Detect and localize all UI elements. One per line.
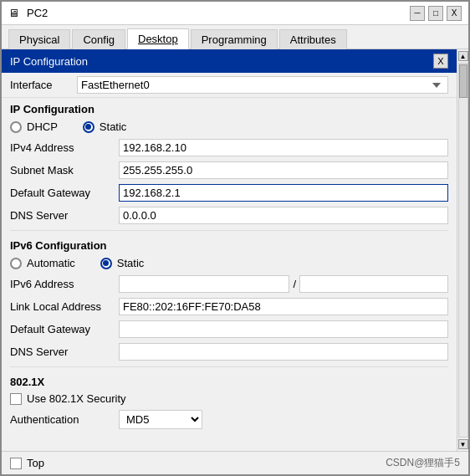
tab-bar: Physical Config Desktop Programming Attr… xyxy=(2,25,468,49)
ipv6-input-group: / xyxy=(119,275,448,293)
tab-attributes[interactable]: Attributes xyxy=(279,29,347,49)
scrollbar[interactable]: ▲ ▼ xyxy=(457,49,468,451)
content-wrapper: IP Configuration X Interface FastEtherne… xyxy=(2,49,468,451)
ipv6-default-gateway-row: Default Gateway xyxy=(2,318,457,340)
title-bar-left: 🖥 PC2 xyxy=(8,7,48,20)
dot1x-checkbox-row: Use 802.1X Security xyxy=(2,390,457,407)
ipv6-address-input[interactable] xyxy=(119,275,289,293)
ipv6-static-option[interactable]: Static xyxy=(100,257,145,269)
link-local-input[interactable] xyxy=(119,298,448,315)
default-gateway-label: Default Gateway xyxy=(10,187,110,199)
default-gateway-input[interactable] xyxy=(119,184,448,202)
tab-programming[interactable]: Programming xyxy=(191,29,278,49)
tab-config[interactable]: Config xyxy=(72,29,125,49)
ipv6-dns-input[interactable] xyxy=(119,343,448,361)
app-icon: 🖥 xyxy=(8,7,22,20)
subnet-mask-input[interactable] xyxy=(119,161,448,179)
ipv6-dns-label: DNS Server xyxy=(10,345,110,358)
automatic-option[interactable]: Automatic xyxy=(10,257,75,269)
ipv4-address-row: IPv4 Address xyxy=(2,136,457,159)
dot1x-label: Use 802.1X Security xyxy=(27,392,126,405)
bottom-bar: Top CSDN@狸猫手5 xyxy=(2,451,468,474)
ip-config-title: IP Configuration xyxy=(10,55,88,68)
tab-physical[interactable]: Physical xyxy=(8,29,70,49)
authentication-select[interactable]: MD5 xyxy=(119,410,202,429)
tab-desktop[interactable]: Desktop xyxy=(127,28,189,49)
scroll-track xyxy=(458,63,468,438)
ip-config-close-button[interactable]: X xyxy=(433,54,448,69)
main-window: 🖥 PC2 ─ □ X Physical Config Desktop Prog… xyxy=(0,0,470,476)
ipv6-prefix-input[interactable] xyxy=(299,275,448,293)
top-label: Top xyxy=(27,457,44,469)
static-option[interactable]: Static xyxy=(83,120,127,133)
subnet-mask-label: Subnet Mask xyxy=(10,164,110,177)
ipv4-section-title: IP Configuration xyxy=(2,98,457,117)
authentication-row: Authentication MD5 xyxy=(2,407,457,432)
dhcp-label: DHCP xyxy=(27,120,58,133)
automatic-radio[interactable] xyxy=(10,258,22,269)
maximize-button[interactable]: □ xyxy=(428,6,443,21)
scroll-thumb[interactable] xyxy=(459,64,467,98)
ipv6-default-gateway-label: Default Gateway xyxy=(10,323,110,335)
ipv6-radio-row: Automatic Static xyxy=(2,253,457,273)
window-close-button[interactable]: X xyxy=(447,6,462,21)
dns-server-label: DNS Server xyxy=(10,209,110,222)
dot1x-checkbox[interactable] xyxy=(10,393,22,405)
scroll-down-button[interactable]: ▼ xyxy=(458,439,468,449)
minimize-button[interactable]: ─ xyxy=(410,6,425,21)
divider-dot1x xyxy=(10,366,448,367)
interface-row: Interface FastEthernet0 xyxy=(2,73,457,98)
dns-server-input[interactable] xyxy=(119,207,448,224)
ipv6-section-title: IPv6 Configuration xyxy=(2,234,457,253)
dhcp-option[interactable]: DHCP xyxy=(10,120,58,133)
interface-label: Interface xyxy=(10,79,69,91)
ipv4-address-label: IPv4 Address xyxy=(10,141,110,154)
static-label: Static xyxy=(100,120,127,133)
dot1x-section-title: 802.1X xyxy=(2,371,457,390)
ipv6-dns-row: DNS Server xyxy=(2,340,457,363)
dns-server-row: DNS Server xyxy=(2,204,457,227)
bottom-left: Top xyxy=(10,457,44,469)
link-local-label: Link Local Address xyxy=(10,300,110,313)
static-radio[interactable] xyxy=(83,121,95,133)
ipv6-address-label: IPv6 Address xyxy=(10,278,110,290)
ipv6-static-label: Static xyxy=(117,257,145,269)
ipv4-radio-row: DHCP Static xyxy=(2,117,457,136)
dhcp-radio[interactable] xyxy=(10,121,22,133)
divider-ipv6 xyxy=(10,230,448,231)
ipv6-slash: / xyxy=(293,278,296,290)
ip-config-header: IP Configuration X xyxy=(2,49,457,73)
interface-select[interactable]: FastEthernet0 xyxy=(77,76,448,94)
link-local-row: Link Local Address xyxy=(2,295,457,318)
subnet-mask-row: Subnet Mask xyxy=(2,159,457,182)
title-bar-controls: ─ □ X xyxy=(410,6,462,21)
ipv6-static-radio[interactable] xyxy=(100,258,112,269)
default-gateway-row: Default Gateway xyxy=(2,182,457,204)
top-checkbox[interactable] xyxy=(10,458,22,469)
title-bar: 🖥 PC2 ─ □ X xyxy=(2,2,468,25)
scroll-up-button[interactable]: ▲ xyxy=(458,51,468,61)
ipv6-address-row: IPv6 Address / xyxy=(2,273,457,295)
window-title: PC2 xyxy=(27,7,48,19)
watermark: CSDN@狸猫手5 xyxy=(386,456,460,470)
ipv6-default-gateway-input[interactable] xyxy=(119,320,448,338)
automatic-label: Automatic xyxy=(27,257,75,269)
authentication-label: Authentication xyxy=(10,413,110,426)
main-content: IP Configuration X Interface FastEtherne… xyxy=(2,49,457,451)
ipv4-address-input[interactable] xyxy=(119,139,448,156)
